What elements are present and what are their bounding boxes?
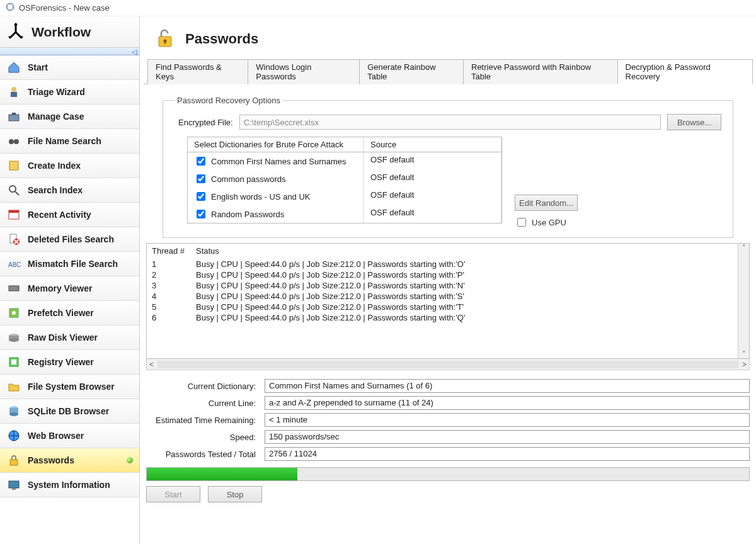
dict-row[interactable]: Common passwordsOSF default xyxy=(188,170,501,188)
dict-header-source: Source xyxy=(364,137,501,152)
tab-decryption-password-recovery[interactable]: Decryption & Password Recovery xyxy=(617,59,753,84)
memory-icon xyxy=(6,281,21,296)
sidebar: Workflow ◁ StartTriage WizardManage Case… xyxy=(0,16,140,544)
svg-rect-4 xyxy=(9,115,19,121)
web-icon xyxy=(6,428,21,443)
scroll-up-icon[interactable]: ˄ xyxy=(742,244,746,252)
dict-checkbox[interactable] xyxy=(197,192,205,201)
tab-windows-login-passwords[interactable]: Windows Login Passwords xyxy=(248,59,360,84)
scroll-track[interactable] xyxy=(158,361,738,368)
thread-row[interactable]: 3Busy | CPU | Speed:44.0 p/s | Job Size:… xyxy=(147,280,738,291)
sidebar-item-file-system-browser[interactable]: File System Browser xyxy=(0,375,139,399)
start-button[interactable]: Start xyxy=(146,486,200,502)
workflow-header: Workflow xyxy=(0,16,139,48)
thread-num: 1 xyxy=(152,259,196,269)
sidebar-item-manage-case[interactable]: Manage Case xyxy=(0,105,139,129)
scroll-right-icon[interactable]: > xyxy=(742,360,747,369)
browse-button[interactable]: Browse... xyxy=(667,114,721,130)
dictionary-table[interactable]: Select Dictionaries for Brute Force Atta… xyxy=(187,137,502,224)
sidebar-item-recent-activity[interactable]: Recent Activity xyxy=(0,203,139,227)
sidebar-item-web-browser[interactable]: Web Browser xyxy=(0,424,139,448)
use-gpu-checkbox[interactable]: Use GPU xyxy=(515,216,578,229)
svg-point-9 xyxy=(9,186,16,192)
dict-checkbox[interactable] xyxy=(197,157,205,166)
sidebar-item-triage-wizard[interactable]: Triage Wizard xyxy=(0,80,139,105)
thread-num: 5 xyxy=(152,302,196,312)
thread-list[interactable]: Thread # Status 1Busy | CPU | Speed:44.0… xyxy=(146,243,750,359)
svg-point-19 xyxy=(12,311,16,315)
horizontal-scrollbar[interactable]: < > xyxy=(146,359,750,370)
dict-checkbox[interactable] xyxy=(197,210,205,218)
sysinfo-icon xyxy=(6,477,21,492)
thread-status: Busy | CPU | Speed:44.0 p/s | Job Size:2… xyxy=(196,292,733,301)
sidebar-item-start[interactable]: Start xyxy=(0,55,139,80)
sidebar-item-label: Recent Activity xyxy=(28,210,91,220)
sidebar-item-label: Search Index xyxy=(28,185,83,195)
scroll-down-icon[interactable]: ˅ xyxy=(742,350,746,358)
svg-rect-8 xyxy=(9,161,18,170)
sidebar-item-deleted-files-search[interactable]: Deleted Files Search xyxy=(0,227,139,252)
progress-bar xyxy=(146,467,750,481)
recovery-options-group: Password Recovery Options Encrypted File… xyxy=(163,96,733,238)
tab-retrieve-password-with-rainbow-table[interactable]: Retrieve Password with Rainbow Table xyxy=(463,59,618,84)
window-title: OSForensics - New case xyxy=(19,3,110,13)
sidebar-item-label: Passwords xyxy=(28,455,74,465)
thread-row[interactable]: 4Busy | CPU | Speed:44.0 p/s | Job Size:… xyxy=(147,291,738,302)
tab-find-passwords-keys[interactable]: Find Passwords & Keys xyxy=(147,59,248,84)
edit-random-button[interactable]: Edit Random... xyxy=(515,195,578,211)
svg-text:ABC: ABC xyxy=(8,261,21,268)
tab-generate-rainbow-table[interactable]: Generate Rainbow Table xyxy=(359,59,464,84)
sidebar-item-create-index[interactable]: Create Index xyxy=(0,154,139,178)
sidebar-item-search-index[interactable]: Search Index xyxy=(0,178,139,203)
sidebar-collapse[interactable]: ◁ xyxy=(0,48,139,55)
sidebar-item-label: Manage Case xyxy=(28,111,84,122)
sidebar-item-raw-disk-viewer[interactable]: Raw Disk Viewer xyxy=(0,326,139,350)
thread-status: Busy | CPU | Speed:44.0 p/s | Job Size:2… xyxy=(196,313,733,322)
encrypted-file-input[interactable] xyxy=(239,115,661,130)
sidebar-item-file-name-search[interactable]: File Name Search xyxy=(0,129,139,154)
use-gpu-input[interactable] xyxy=(517,218,526,227)
thread-num: 6 xyxy=(152,313,196,322)
dict-name: Random Passwords xyxy=(211,210,284,219)
stat-value-current-line: a-z and A-Z prepended to surname (11 of … xyxy=(265,396,750,410)
sidebar-item-prefetch-viewer[interactable]: Prefetch Viewer xyxy=(0,301,139,326)
dict-row[interactable]: Common First Names and SurnamesOSF defau… xyxy=(188,152,501,170)
binoculars-icon xyxy=(6,133,21,149)
sidebar-item-mismatch-file-search[interactable]: ABCMismatch File Search xyxy=(0,252,139,276)
thread-row[interactable]: 1Busy | CPU | Speed:44.0 p/s | Job Size:… xyxy=(147,259,738,269)
vertical-scrollbar[interactable]: ˄ ˅ xyxy=(738,244,749,358)
svg-rect-31 xyxy=(12,488,16,490)
sidebar-item-label: File System Browser xyxy=(28,382,115,392)
stat-label-speed: Speed: xyxy=(146,433,260,442)
workflow-icon xyxy=(6,21,25,42)
svg-rect-16 xyxy=(9,286,19,291)
stop-button[interactable]: Stop xyxy=(208,486,262,502)
scroll-left-icon[interactable]: < xyxy=(149,360,154,369)
dict-name: English words - US and UK xyxy=(211,192,311,201)
dict-row[interactable]: Random PasswordsOSF default xyxy=(188,205,501,223)
sidebar-item-label: Web Browser xyxy=(28,431,84,441)
thread-row[interactable]: 2Busy | CPU | Speed:44.0 p/s | Job Size:… xyxy=(147,269,738,280)
svg-rect-30 xyxy=(9,481,19,488)
sidebar-item-passwords[interactable]: Passwords xyxy=(0,448,139,473)
thread-row[interactable]: 5Busy | CPU | Speed:44.0 p/s | Job Size:… xyxy=(147,302,738,312)
progress-fill xyxy=(147,468,297,480)
svg-rect-5 xyxy=(12,113,16,115)
dict-row[interactable]: English words - US and UKOSF default xyxy=(188,188,501,205)
recovery-options-legend: Password Recovery Options xyxy=(175,96,283,105)
sidebar-item-system-information[interactable]: System Information xyxy=(0,473,139,497)
dict-source: OSF default xyxy=(364,170,501,188)
svg-rect-3 xyxy=(11,92,17,97)
dict-checkbox[interactable] xyxy=(197,174,205,183)
thread-row[interactable]: 6Busy | CPU | Speed:44.0 p/s | Job Size:… xyxy=(147,312,738,323)
thread-status: Busy | CPU | Speed:44.0 p/s | Job Size:2… xyxy=(196,281,733,290)
page-title: Passwords xyxy=(185,31,258,47)
stat-label-tested: Passwords Tested / Total xyxy=(146,450,260,459)
sidebar-item-sqlite-db-browser[interactable]: SQLite DB Browser xyxy=(0,399,139,424)
svg-point-2 xyxy=(11,87,16,92)
sidebar-item-registry-viewer[interactable]: Registry Viewer xyxy=(0,350,139,375)
clock-icon xyxy=(6,207,21,222)
stat-label-eta: Estimated Time Remaining: xyxy=(146,416,260,425)
sidebar-item-memory-viewer[interactable]: Memory Viewer xyxy=(0,276,139,301)
stat-value-eta: < 1 minute xyxy=(265,413,750,427)
